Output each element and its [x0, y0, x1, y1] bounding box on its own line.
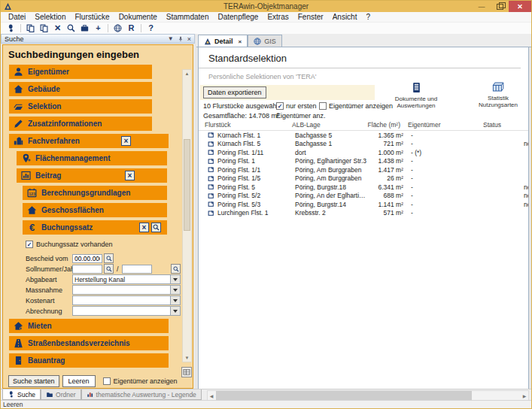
close-icon[interactable]: ×: [187, 36, 191, 42]
close-button[interactable]: ✕: [509, 1, 531, 12]
grid-tool-button[interactable]: [181, 367, 192, 377]
euro-icon: €: [27, 222, 37, 233]
scroll-right-icon[interactable]: ▶: [521, 391, 528, 400]
sidebar-item-zusatzinformationen[interactable]: Zusatzinformationen: [9, 117, 152, 131]
bescheid-vom-input[interactable]: [72, 254, 102, 263]
menu-help[interactable]: ?: [361, 13, 375, 21]
table-row[interactable]: Pöring Flst. 5/3 Pöring, Burgstr.14 1.14…: [199, 200, 528, 209]
table-row[interactable]: Kürnach Flst. 1 Bachgasse 5 1.365 m² -: [199, 131, 528, 140]
menu-extras[interactable]: Extras: [263, 13, 293, 21]
sidebar-item-fachverfahren[interactable]: Fachverfahren ×: [9, 134, 169, 148]
scrollbar-thumb[interactable]: [184, 139, 190, 231]
search-start-button[interactable]: Suche starten: [8, 375, 59, 387]
lookup-icon[interactable]: [171, 264, 181, 274]
chevron-down-icon[interactable]: ▼: [168, 36, 174, 42]
abgabeart-select[interactable]: Herstellung Kanal: [72, 274, 181, 284]
scroll-up-icon[interactable]: ▲: [183, 70, 191, 77]
close-icon[interactable]: ×: [139, 223, 149, 232]
sidebar-item-geschossflaechen[interactable]: Geschossflächen: [23, 203, 167, 217]
search-refresh-icon[interactable]: [65, 23, 77, 33]
pin-icon[interactable]: [178, 36, 184, 42]
restore-button[interactable]: [491, 1, 509, 12]
search-icon[interactable]: [151, 223, 161, 232]
menu-datenpflege[interactable]: Datenpflege: [213, 13, 263, 21]
massnahme-select[interactable]: [72, 285, 181, 295]
sidebar-item-beitrag[interactable]: Beitrag ×: [17, 168, 167, 183]
chevron-down-icon[interactable]: [170, 296, 180, 304]
sidebar-item-mieten[interactable]: Mieten: [9, 319, 169, 333]
menu-flurstuecke[interactable]: Flurstücke: [71, 13, 114, 21]
scrollbar-thumb[interactable]: [216, 391, 472, 400]
help-icon[interactable]: ?: [145, 23, 157, 33]
copy-icon[interactable]: [25, 23, 36, 33]
close-icon[interactable]: ×: [239, 38, 242, 45]
cell-flaeche: 26 m²: [367, 174, 403, 182]
sidebar-item-eigentuemer[interactable]: Eigentümer: [9, 65, 152, 79]
table-row[interactable]: Pöring Flst. 1/11 dort 1.000 m² - (*): [199, 148, 528, 157]
lookup-icon[interactable]: [104, 253, 114, 263]
menu-fenster[interactable]: Fenster: [293, 13, 328, 21]
menu-stammdaten[interactable]: Stammdaten: [162, 13, 214, 21]
kostenart-select[interactable]: [72, 295, 181, 305]
menu-ansicht[interactable]: Ansicht: [328, 13, 362, 21]
tab-detail[interactable]: Detail ×: [198, 35, 248, 47]
scroll-down-icon[interactable]: ▼: [183, 354, 191, 362]
minimize-button[interactable]: —: [473, 1, 491, 12]
briefcase-icon[interactable]: [79, 23, 90, 33]
column-header[interactable]: Status: [483, 121, 521, 129]
jahr-input[interactable]: [122, 265, 152, 274]
sollnummer-input[interactable]: [72, 265, 102, 274]
chevron-down-icon[interactable]: [170, 307, 180, 315]
chevron-down-icon[interactable]: [170, 275, 180, 283]
tab-gis[interactable]: GIS: [248, 35, 282, 47]
column-header[interactable]: ALB-Lage: [292, 121, 364, 129]
table-row[interactable]: Pöring Flst. 1/1 Pöring, Am Burggraben 1…: [199, 165, 528, 174]
footprints-icon[interactable]: [5, 23, 17, 33]
column-header[interactable]: Fläche (m²): [364, 121, 400, 129]
nur-ersten-checkbox[interactable]: ✓: [276, 102, 284, 110]
column-header[interactable]: Eigentümer: [408, 121, 483, 129]
bottom-tab-ordner[interactable]: Ordner: [41, 389, 81, 400]
sidebar-item-berechnungsgrundlagen[interactable]: Berechnungsgrundlagen: [23, 186, 167, 200]
chevron-down-icon[interactable]: [170, 286, 180, 294]
abrechnung-select[interactable]: [72, 306, 181, 316]
sidebar-item-flaechenmanagement[interactable]: Flächenmanagement: [17, 151, 167, 165]
close-icon[interactable]: ×: [121, 136, 131, 146]
delete-icon[interactable]: ✕: [52, 23, 63, 33]
bottom-tab-suche[interactable]: Suche: [2, 389, 41, 400]
close-icon[interactable]: ×: [125, 171, 135, 180]
statistics-button[interactable]: Statistik Nutzungsarten: [470, 81, 527, 108]
lookup-icon[interactable]: [104, 264, 114, 274]
sidebar-item-strassenbestandsverzeichnis[interactable]: Straßenbestandsverzeichnis: [9, 336, 169, 350]
globe-icon[interactable]: [112, 23, 123, 33]
documents-reports-button[interactable]: Dokumente und Auswertungen: [382, 81, 450, 109]
export-data-button[interactable]: Daten exportieren: [203, 86, 266, 98]
table-row[interactable]: Pöring Flst. 5 Pöring, Burgstr.18 6.341 …: [199, 183, 528, 192]
table-row[interactable]: Pöring Flst. 5/2 Pöring, An der Eglharti…: [199, 192, 528, 201]
sidebar-item-gebaeude[interactable]: Gebäude: [9, 82, 152, 96]
table-row[interactable]: Pöring Flst. 1 Pöring, Eglhartinger Str.…: [199, 157, 528, 166]
table-row[interactable]: Lurchingen Flst. 1 Krebsstr. 2 571 m² -: [199, 209, 528, 218]
table-row[interactable]: Kürnach Flst. 5 Bachgasse 1 721 m² - neu: [199, 140, 528, 149]
house-icon: [27, 205, 37, 215]
cell-flaeche: 721 m²: [367, 140, 403, 147]
table-row[interactable]: Pöring Flst. 1/5 Pöring, Am Burggraben 2…: [199, 174, 528, 183]
sidebar-item-bauantrag[interactable]: Bauantrag: [9, 353, 169, 368]
menu-dokumente[interactable]: Dokumente: [114, 13, 162, 21]
menu-selektion[interactable]: Selektion: [30, 13, 70, 21]
sidebar-item-selektion[interactable]: Selektion: [9, 99, 152, 114]
scroll-left-icon[interactable]: ◀: [208, 391, 215, 400]
horizontal-scrollbar[interactable]: ◀ ▶: [207, 390, 529, 401]
paste-icon[interactable]: [38, 23, 50, 33]
add-icon[interactable]: +: [93, 23, 104, 33]
exit-icon[interactable]: R: [126, 23, 137, 33]
bottom-tab-thematische-auswertung[interactable]: thematische Auswertung - Legende: [81, 389, 202, 400]
sidebar-scrollbar[interactable]: ▲ ▼: [182, 69, 192, 362]
eigentuemer-anzeigen-checkbox[interactable]: [319, 102, 327, 110]
buchungssatz-vorhanden-checkbox[interactable]: ✓: [26, 241, 33, 248]
clear-button[interactable]: Leeren: [62, 375, 96, 387]
menu-datei[interactable]: Datei: [4, 13, 30, 21]
sidebar-item-buchungssatz[interactable]: € Buchungssatz ×: [23, 220, 167, 235]
eigentuemer-anzeigen-checkbox[interactable]: [103, 377, 111, 385]
column-header[interactable]: Flurstück: [205, 121, 292, 129]
